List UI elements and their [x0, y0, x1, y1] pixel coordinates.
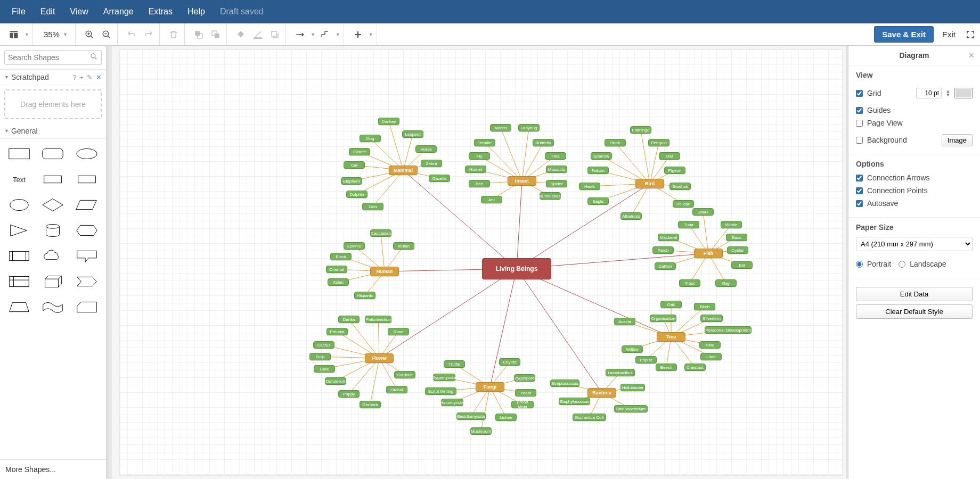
clear-default-style-button[interactable]: Clear Default Style: [856, 304, 973, 319]
exit-button[interactable]: Exit: [937, 27, 961, 42]
line-color-button[interactable]: [250, 27, 265, 42]
shape-step[interactable]: [72, 271, 102, 292]
shape-cube[interactable]: [38, 271, 68, 292]
node-leaf[interactable]: Petunia: [326, 328, 348, 335]
save-exit-button[interactable]: Save & Exit: [874, 26, 934, 43]
node-leaf[interactable]: Rose: [388, 328, 409, 335]
delete-button[interactable]: [166, 27, 181, 42]
node-category-mammal[interactable]: Mammal: [389, 166, 418, 175]
node-leaf[interactable]: Chestnut: [684, 364, 706, 371]
node-leaf[interactable]: Organisation: [650, 315, 676, 322]
node-leaf[interactable]: Gazelle: [429, 175, 450, 182]
node-leaf[interactable]: Personnel Development: [705, 326, 752, 334]
node-leaf[interactable]: Pine: [699, 341, 721, 349]
landscape-radio[interactable]: Landscape: [899, 260, 946, 268]
shape-tape[interactable]: [38, 296, 68, 318]
paper-size-select[interactable]: A4 (210 mm x 297 mm): [856, 237, 973, 251]
node-leaf[interactable]: Ant: [481, 196, 502, 203]
node-leaf[interactable]: Gladiola: [394, 371, 415, 378]
node-leaf[interactable]: Bread Mold: [511, 401, 534, 408]
connection-style-button[interactable]: [292, 27, 307, 42]
node-leaf[interactable]: Elephant: [341, 177, 362, 185]
zoom-out-button[interactable]: [99, 27, 114, 42]
node-leaf[interactable]: Asian: [328, 278, 349, 286]
fill-color-button[interactable]: [233, 27, 248, 42]
node-leaf[interactable]: Eskimo: [344, 242, 365, 250]
close-panel-icon[interactable]: ✕: [968, 51, 975, 60]
node-leaf[interactable]: Lilac: [314, 365, 335, 373]
menu-file[interactable]: File: [4, 0, 33, 23]
node-leaf[interactable]: Gerbera: [360, 401, 381, 408]
shape-ellipse[interactable]: [72, 143, 102, 164]
shape-card[interactable]: [72, 296, 102, 318]
shape-hexagon[interactable]: [72, 220, 102, 241]
general-shapes-header[interactable]: ▼ General: [0, 123, 106, 139]
background-image-button[interactable]: Image: [942, 134, 973, 146]
node-leaf[interactable]: Falcon: [587, 167, 609, 174]
node-leaf[interactable]: Ray: [715, 279, 737, 287]
node-category-fish[interactable]: Fish: [694, 249, 723, 258]
shape-process[interactable]: [4, 245, 34, 267]
node-leaf[interactable]: Mosquito: [546, 166, 567, 173]
chevron-down-icon[interactable]: ▼: [311, 32, 315, 37]
node-leaf[interactable]: Shark: [692, 208, 714, 216]
node-leaf[interactable]: Dolphin: [346, 191, 368, 198]
shape-rounded-rect[interactable]: [38, 143, 68, 164]
scratchpad-help-icon[interactable]: ?: [72, 73, 76, 81]
node-leaf[interactable]: Spider: [546, 180, 567, 187]
node-leaf[interactable]: Zygospore: [514, 374, 535, 382]
node-leaf[interactable]: Bifidobacterium: [614, 405, 648, 412]
node-category-insect[interactable]: Insect: [508, 176, 536, 186]
shape-cloud[interactable]: [38, 245, 68, 267]
node-leaf[interactable]: Beech: [656, 364, 677, 371]
node-leaf[interactable]: Streptococcus: [550, 379, 579, 387]
node-leaf[interactable]: Giraffe: [349, 148, 370, 155]
grid-step-down[interactable]: ▼: [946, 93, 950, 97]
node-leaf[interactable]: Tuna: [678, 221, 699, 228]
connection-arrows-checkbox[interactable]: Connection Arrows: [856, 174, 973, 182]
node-leaf[interactable]: Cactus: [313, 341, 334, 349]
autosave-checkbox[interactable]: Autosave: [856, 199, 973, 208]
zoom-select[interactable]: 35%▼: [39, 29, 72, 40]
to-back-button[interactable]: [208, 27, 223, 42]
shape-internal-storage[interactable]: [4, 271, 34, 292]
node-leaf[interactable]: Mackerel: [658, 234, 679, 241]
node-leaf[interactable]: Bumblebee: [540, 192, 561, 200]
node-leaf[interactable]: Orchid: [386, 386, 407, 393]
node-leaf[interactable]: Mantis: [490, 124, 511, 131]
node-leaf[interactable]: Caucasian: [370, 229, 391, 237]
node-category-bacteria[interactable]: Bacteria: [587, 388, 616, 398]
grid-color-swatch[interactable]: [954, 88, 973, 98]
node-leaf[interactable]: Bee: [469, 180, 490, 187]
node-leaf[interactable]: Poppy: [338, 390, 360, 398]
menu-view[interactable]: View: [62, 0, 95, 23]
background-checkbox[interactable]: Background: [856, 136, 907, 144]
node-leaf[interactable]: Leopard: [402, 130, 423, 138]
shape-trapezoid[interactable]: [4, 296, 34, 318]
shape-triangle[interactable]: [4, 220, 34, 241]
shape-callout[interactable]: [72, 245, 102, 267]
scratchpad-add-icon[interactable]: +: [79, 73, 84, 81]
scratchpad-header[interactable]: ▼ Scratchpad ? + ✎ ✕: [0, 70, 106, 85]
node-leaf[interactable]: Oriental: [326, 266, 347, 273]
guides-checkbox[interactable]: Guides: [856, 106, 973, 114]
diagram-page[interactable]: Living BeingsMammalDonkeyLeopardDogHorse…: [119, 49, 843, 476]
shape-rectangle[interactable]: [4, 143, 34, 164]
node-leaf[interactable]: Acacia: [614, 318, 635, 325]
node-leaf[interactable]: Trout: [679, 279, 700, 287]
node-leaf[interactable]: Silverfern: [700, 315, 723, 322]
node-leaf[interactable]: Flea: [545, 152, 566, 160]
node-category-human[interactable]: Human: [370, 267, 399, 276]
node-category-flower[interactable]: Flower: [365, 353, 394, 363]
node-category-tree[interactable]: Tree: [657, 332, 685, 342]
fullscreen-button[interactable]: [964, 28, 977, 41]
more-shapes-button[interactable]: More Shapes...: [0, 459, 106, 479]
node-leaf[interactable]: Flamingo: [630, 126, 651, 134]
waypoint-style-button[interactable]: [317, 27, 332, 42]
shape-cylinder[interactable]: [38, 220, 68, 241]
menu-arrange[interactable]: Arrange: [96, 0, 141, 23]
node-leaf[interactable]: Oyster: [727, 246, 748, 254]
node-leaf[interactable]: Hawk: [579, 183, 600, 190]
node-leaf[interactable]: Hispanic: [354, 292, 375, 299]
canvas[interactable]: Living BeingsMammalDonkeyLeopardDogHorse…: [107, 46, 848, 479]
